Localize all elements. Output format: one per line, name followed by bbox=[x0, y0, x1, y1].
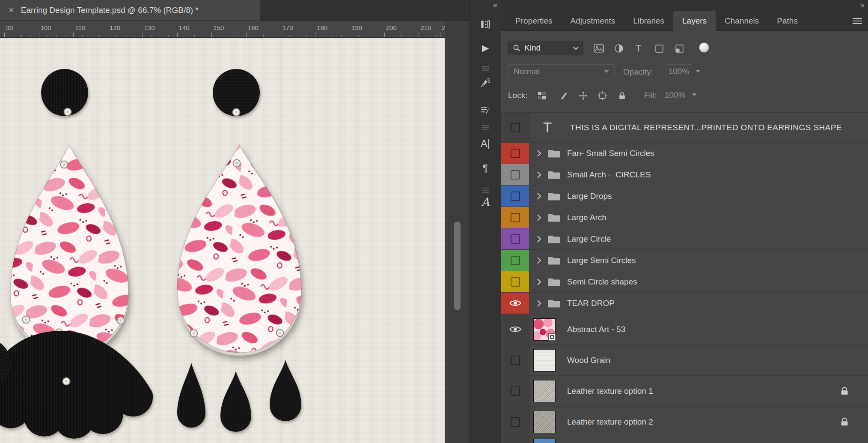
disclosure-chevron-icon[interactable] bbox=[536, 257, 542, 264]
ruler-number: 170 bbox=[282, 24, 293, 31]
tab-label: Properties bbox=[515, 16, 553, 26]
lock-position-icon[interactable] bbox=[578, 90, 588, 101]
layer-row-fan-small-semi-circles[interactable]: Fan- Small Semi Circles bbox=[501, 143, 868, 164]
visibility-well[interactable] bbox=[501, 186, 529, 207]
visibility-well[interactable] bbox=[501, 271, 529, 292]
visibility-well[interactable] bbox=[501, 314, 529, 344]
clone-source-panel-icon[interactable] bbox=[480, 105, 491, 116]
layer-name[interactable]: Leather texture option 2 bbox=[567, 417, 840, 427]
visibility-well[interactable] bbox=[501, 437, 529, 443]
layer-row-large-circle[interactable]: Large Circle bbox=[501, 228, 868, 250]
tab-libraries[interactable]: Libraries bbox=[624, 11, 673, 30]
visibility-well[interactable] bbox=[501, 345, 529, 375]
layer-thumbnail[interactable] bbox=[533, 439, 556, 443]
visibility-well[interactable] bbox=[501, 164, 529, 185]
tab-layers[interactable]: Layers bbox=[673, 11, 716, 31]
visibility-well[interactable] bbox=[501, 143, 529, 164]
canvas[interactable] bbox=[0, 38, 445, 443]
visibility-well[interactable] bbox=[501, 207, 529, 228]
layer-row-this-is-a-digital-represent-printed-onto[interactable]: TTHIS IS A DIGITAL REPRESENT...PRINTED O… bbox=[501, 113, 868, 143]
visibility-checkbox-icon bbox=[511, 256, 520, 265]
disclosure-chevron-icon[interactable] bbox=[536, 214, 542, 222]
visibility-well[interactable] bbox=[501, 228, 529, 249]
tab-adjustments[interactable]: Adjustments bbox=[562, 11, 624, 30]
visibility-well[interactable] bbox=[501, 113, 529, 142]
shape-layer-filter-icon[interactable] bbox=[654, 43, 665, 54]
document-tab[interactable]: × Earring Design Template.psd @ 66.7% (R… bbox=[0, 0, 260, 21]
layer-name[interactable]: Semi Circle shapes bbox=[567, 277, 868, 287]
panel-menu-icon[interactable] bbox=[853, 18, 862, 24]
disclosure-chevron-icon[interactable] bbox=[536, 278, 542, 286]
horizontal-ruler[interactable]: 9010011012013014015016017018019020021022… bbox=[0, 21, 445, 38]
expand-dock-icon[interactable]: » bbox=[860, 1, 865, 10]
filter-toggle-icon[interactable] bbox=[699, 42, 709, 53]
lock-artboard-icon[interactable] bbox=[597, 90, 607, 101]
layer-row-tear-drop[interactable]: TEAR DROP bbox=[501, 293, 868, 314]
ruler-number: 140 bbox=[179, 24, 190, 31]
lock-all-icon[interactable] bbox=[617, 90, 627, 101]
layer-name[interactable]: Large Semi Circles bbox=[567, 256, 868, 265]
disclosure-chevron-icon[interactable] bbox=[536, 171, 542, 179]
layer-name[interactable]: Fan- Small Semi Circles bbox=[567, 149, 868, 158]
layer-name[interactable]: THIS IS A DIGITAL REPRESENT...PRINTED ON… bbox=[570, 123, 868, 132]
visibility-well[interactable] bbox=[501, 407, 529, 437]
layer-thumbnail[interactable] bbox=[533, 380, 556, 402]
lock-transparency-icon[interactable] bbox=[537, 90, 547, 101]
layer-row-abstract-art-53[interactable]: Abstract Art - 53 bbox=[501, 314, 868, 345]
layer-row-large-drops[interactable]: Large Drops bbox=[501, 186, 868, 207]
ruler-number: 190 bbox=[351, 24, 362, 31]
lock-pixels-icon[interactable] bbox=[559, 90, 569, 101]
adjustment-layer-filter-icon[interactable] bbox=[613, 43, 624, 54]
visibility-well[interactable] bbox=[501, 250, 529, 271]
layer-name[interactable]: Wood Grain bbox=[567, 356, 868, 365]
character-panel-icon[interactable]: A| bbox=[481, 138, 490, 150]
disclosure-chevron-icon[interactable] bbox=[536, 192, 542, 200]
tab-properties[interactable]: Properties bbox=[506, 11, 562, 30]
ruler-tick bbox=[91, 34, 91, 37]
layer-name[interactable]: Leather texture option 1 bbox=[567, 386, 840, 396]
visibility-well[interactable] bbox=[501, 376, 529, 406]
chevron-down-icon bbox=[604, 70, 609, 73]
tab-paths[interactable]: Paths bbox=[768, 11, 807, 30]
layer-row-large-arch[interactable]: Large Arch bbox=[501, 207, 868, 228]
brush-settings-panel-icon[interactable] bbox=[480, 77, 491, 88]
layer-name[interactable]: Abstract Art - 53 bbox=[567, 325, 868, 334]
layer-row-leather-texture-option-1[interactable]: Leather texture option 1 bbox=[501, 376, 868, 407]
smart-object-filter-icon[interactable] bbox=[674, 43, 685, 54]
disclosure-chevron-icon[interactable] bbox=[536, 150, 542, 157]
vertical-scrollbar[interactable] bbox=[454, 222, 461, 310]
disclosure-chevron-icon[interactable] bbox=[536, 299, 542, 307]
layer-row-large-semi-circles[interactable]: Large Semi Circles bbox=[501, 250, 868, 271]
layer-name[interactable]: Large Drops bbox=[567, 192, 868, 201]
layer-row-small-arch-circles[interactable]: Small Arch - CIRCLES bbox=[501, 164, 868, 186]
pixel-layer-filter-icon[interactable] bbox=[593, 43, 604, 54]
actions-panel-icon[interactable]: ▶ bbox=[482, 43, 489, 53]
layer-thumbnail[interactable] bbox=[533, 411, 556, 433]
layer-row-leather-texture-option-2[interactable]: Leather texture option 2 bbox=[501, 407, 868, 437]
ruler-tick bbox=[358, 35, 359, 37]
glyphs-panel-icon[interactable]: A bbox=[481, 195, 490, 209]
tab-channels[interactable]: Channels bbox=[716, 11, 768, 30]
ruler-tick bbox=[220, 35, 220, 37]
type-layer-filter-icon[interactable]: T bbox=[633, 43, 644, 54]
layer-thumbnail[interactable] bbox=[533, 318, 556, 341]
layer-row-wood-grain[interactable]: Wood Grain bbox=[501, 345, 868, 376]
layer-row-partial[interactable] bbox=[501, 437, 868, 443]
paragraph-panel-icon[interactable]: ¶ bbox=[483, 163, 488, 174]
swatches-panel-icon[interactable] bbox=[480, 19, 491, 30]
layer-name[interactable]: Large Arch bbox=[567, 213, 868, 222]
layer-row-semi-circle-shapes[interactable]: Semi Circle shapes bbox=[501, 271, 868, 293]
filter-kind-select[interactable]: Kind bbox=[508, 41, 583, 55]
collapse-dock-icon[interactable]: « bbox=[493, 1, 497, 10]
layer-name[interactable]: Large Circle bbox=[567, 234, 868, 244]
layer-name[interactable]: Small Arch - CIRCLES bbox=[567, 170, 868, 180]
disclosure-chevron-icon[interactable] bbox=[536, 235, 542, 243]
close-document-icon[interactable]: × bbox=[9, 6, 14, 15]
layer-name[interactable]: TEAR DROP bbox=[567, 299, 868, 308]
layer-thumbnail[interactable] bbox=[533, 349, 556, 371]
visibility-well[interactable] bbox=[501, 293, 529, 314]
ruler-tick bbox=[419, 33, 419, 37]
chevron-down-icon bbox=[696, 70, 701, 73]
ruler-tick bbox=[56, 34, 56, 37]
folder-icon bbox=[547, 233, 561, 244]
